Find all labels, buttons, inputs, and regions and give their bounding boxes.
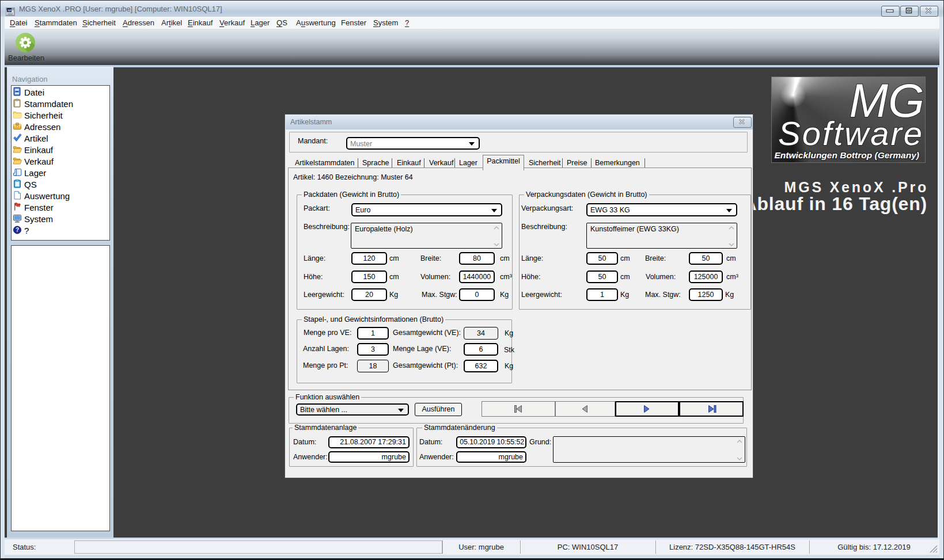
svg-text:Entwicklungen Bottrop (Germany: Entwicklungen Bottrop (Germany)	[775, 150, 919, 160]
svg-text:Software: Software	[778, 115, 924, 152]
svg-text:MG: MG	[7, 9, 13, 12]
svg-text:?: ?	[16, 227, 19, 233]
